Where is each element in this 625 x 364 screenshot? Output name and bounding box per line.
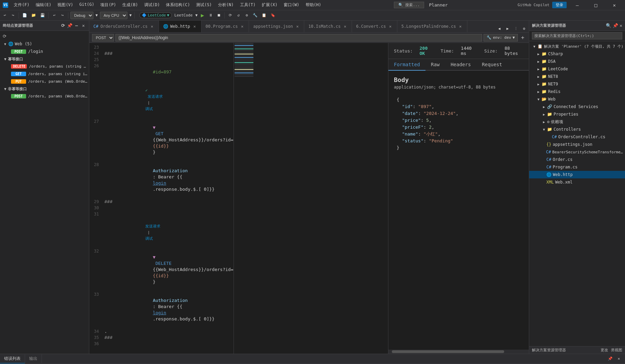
- tree-delete-orders[interactable]: DELETE /orders, params (string id): [0, 62, 89, 70]
- response-scrollbar-thumb[interactable]: [392, 350, 504, 353]
- bottom-tab-errors[interactable]: 错误列表: [0, 354, 25, 363]
- close-button[interactable]: ✕: [606, 0, 622, 10]
- http-method-select[interactable]: POST: [92, 34, 114, 42]
- toolbar-open[interactable]: 📁: [30, 12, 37, 19]
- play-button[interactable]: ▶: [199, 12, 206, 19]
- sr-dependencies[interactable]: ▶ ⚙ 依赖项: [529, 118, 625, 126]
- sr-leetcode[interactable]: ▶ 📁 LeetCode: [529, 65, 625, 73]
- tab-convert-close[interactable]: ✕: [388, 24, 393, 29]
- tab-appsettings[interactable]: appsettings.json ✕: [249, 21, 304, 32]
- section-idempotent[interactable]: ▼ 幂等接口: [0, 55, 89, 62]
- menu-window[interactable]: 窗口(W): [281, 1, 302, 9]
- sr-webxml[interactable]: XML Web.xml: [529, 178, 625, 186]
- toolbar-more1[interactable]: ⟳: [227, 12, 234, 19]
- tab-convert[interactable]: 6.Convert.cs ✕: [352, 21, 397, 32]
- tab-palindrome-close[interactable]: ✕: [458, 24, 463, 29]
- sr-order[interactable]: C# Order.cs: [529, 156, 625, 163]
- toolbar-more5[interactable]: 📋: [260, 12, 268, 19]
- bottom-close-icon[interactable]: ✕: [615, 355, 622, 363]
- menu-view[interactable]: 视图(V): [55, 1, 76, 9]
- tab-appsettings-close[interactable]: ✕: [295, 24, 300, 29]
- debug-link-2[interactable]: 调试: [145, 236, 153, 241]
- tab-settings-icon[interactable]: ⚙: [521, 25, 527, 32]
- menu-build[interactable]: 生成(B): [120, 1, 141, 9]
- toolbar-undo[interactable]: ↩: [51, 12, 58, 19]
- debug-mode-select[interactable]: Debug: [70, 12, 93, 19]
- menu-tools[interactable]: 工具(T): [237, 1, 259, 9]
- tab-menu-icon[interactable]: ⋮: [512, 25, 519, 32]
- tree-post-login[interactable]: POST /login: [0, 48, 89, 55]
- env-badge[interactable]: 🔧 env: dev ▼: [484, 34, 518, 42]
- minimize-button[interactable]: —: [569, 0, 585, 10]
- sr-close-icon[interactable]: ✕: [620, 23, 622, 28]
- resp-tab-formatted[interactable]: Formatted: [388, 59, 425, 71]
- sr-web[interactable]: ▼ 📂 Web: [529, 95, 625, 103]
- sr-class-view[interactable]: 类视图: [611, 348, 622, 353]
- toolbar-redo[interactable]: ↪: [59, 12, 66, 19]
- leetcode-badge[interactable]: 🔷 LeetCode ▼: [139, 12, 172, 18]
- toolbar-forward[interactable]: ↪: [10, 12, 16, 19]
- refresh-icon[interactable]: ⟳: [60, 23, 66, 28]
- resp-tab-raw[interactable]: Raw: [425, 59, 445, 70]
- menu-help[interactable]: 帮助(H): [303, 1, 324, 9]
- toolbar-more6[interactable]: 🔖: [269, 12, 277, 19]
- close-panel-icon[interactable]: ✕: [81, 23, 86, 28]
- sr-solution-root[interactable]: ▼ 📋 解决方案 'Planner' (7 个项目, 共 7 个): [529, 43, 625, 50]
- sr-redis[interactable]: ▶ 📁 Redis: [529, 88, 625, 95]
- tab-program[interactable]: 00.Program.cs ✕: [202, 21, 249, 32]
- menu-git[interactable]: Git(G): [77, 1, 97, 9]
- response-h-scrollbar[interactable]: [388, 350, 529, 354]
- tab-webhttp-close[interactable]: ✕: [192, 24, 197, 29]
- send-request-link-2[interactable]: 发送请求: [145, 224, 160, 228]
- leetcode-arrow[interactable]: ▼: [195, 13, 198, 17]
- copilot-label[interactable]: GitHub Copilot: [518, 3, 549, 7]
- code-editor[interactable]: 23 24 ### 25: [89, 43, 388, 354]
- resp-tab-headers[interactable]: Headers: [445, 59, 476, 70]
- sr-git-changes[interactable]: 更改: [601, 348, 608, 353]
- sr-controllers[interactable]: ▼ 📁 Controllers: [529, 126, 625, 133]
- tab-orderscontroller[interactable]: C# OrdersController.cs ✕: [89, 21, 159, 32]
- sr-bearer[interactable]: C# BearerSecuritySchemeTransformer.cs: [529, 148, 625, 156]
- menu-analyze[interactable]: 分析(N): [215, 1, 237, 9]
- bottom-pin-icon[interactable]: 📌: [606, 355, 614, 363]
- menu-test[interactable]: 测试(S): [193, 1, 215, 9]
- login-button[interactable]: 登录: [552, 2, 567, 8]
- sr-orderscontroller[interactable]: C# OrdersController.cs: [529, 133, 625, 141]
- debug-link-1[interactable]: 调试: [145, 107, 153, 111]
- sidebar-refresh-button[interactable]: ⟳: [3, 34, 7, 39]
- sr-webhttp[interactable]: 🌐 Web.http: [529, 171, 625, 178]
- sr-programcs[interactable]: C# Program.cs: [529, 163, 625, 171]
- sr-csharp[interactable]: ▶ 📁 CSharp: [529, 50, 625, 58]
- tab-ismatch-close[interactable]: ✕: [343, 24, 348, 29]
- menu-project[interactable]: 项目(P): [98, 1, 119, 9]
- tab-scroll-right-icon[interactable]: ▶: [504, 25, 511, 32]
- maximize-button[interactable]: □: [588, 0, 604, 10]
- collapse-icon[interactable]: —: [74, 23, 79, 28]
- sr-pin-icon[interactable]: 📌: [613, 23, 618, 28]
- sr-search-box[interactable]: 搜索解决方案资源管理器(Ctrl+;): [532, 32, 622, 39]
- toolbar-more4[interactable]: 🔧: [251, 12, 259, 19]
- toolbar-new[interactable]: 📄: [21, 12, 29, 19]
- add-request-button[interactable]: +: [519, 34, 526, 42]
- sr-net8[interactable]: ▶ 📁 NET8: [529, 73, 625, 80]
- tab-program-close[interactable]: ✕: [240, 24, 245, 29]
- menu-edit[interactable]: 编辑(E): [33, 1, 54, 9]
- menu-debug[interactable]: 调试(D): [141, 1, 163, 9]
- menu-file[interactable]: 文件(F): [11, 1, 32, 9]
- section-non-idempotent[interactable]: ▼ 非幂等接口: [0, 85, 89, 92]
- sr-net9[interactable]: ▶ 📁 NET9: [529, 80, 625, 88]
- tree-get-orders[interactable]: GET /orders, params (string id): [0, 70, 89, 78]
- tab-orderscontroller-close[interactable]: ✕: [150, 24, 155, 29]
- tab-palindrome[interactable]: 5.LongestPalindrome.cs ✕: [397, 21, 467, 32]
- tree-web-root[interactable]: ▼ 🌐 Web (5): [0, 40, 89, 48]
- menu-architecture[interactable]: 体系结构(C): [163, 1, 193, 9]
- toolbar-more2[interactable]: ↺: [235, 12, 242, 19]
- tree-put-orders[interactable]: PUT /orders, params (Web.Orde...: [0, 78, 89, 85]
- bottom-tab-output[interactable]: 输出: [25, 354, 42, 363]
- pin-icon[interactable]: 📌: [67, 23, 72, 28]
- fold-27[interactable]: ▼: [153, 125, 156, 130]
- tab-scroll-left-icon[interactable]: ◀: [496, 25, 503, 32]
- sr-dsa[interactable]: ▶ 📁 DSA: [529, 58, 625, 65]
- url-input[interactable]: [115, 34, 482, 42]
- sr-properties[interactable]: ▶ 📁 Properties: [529, 110, 625, 118]
